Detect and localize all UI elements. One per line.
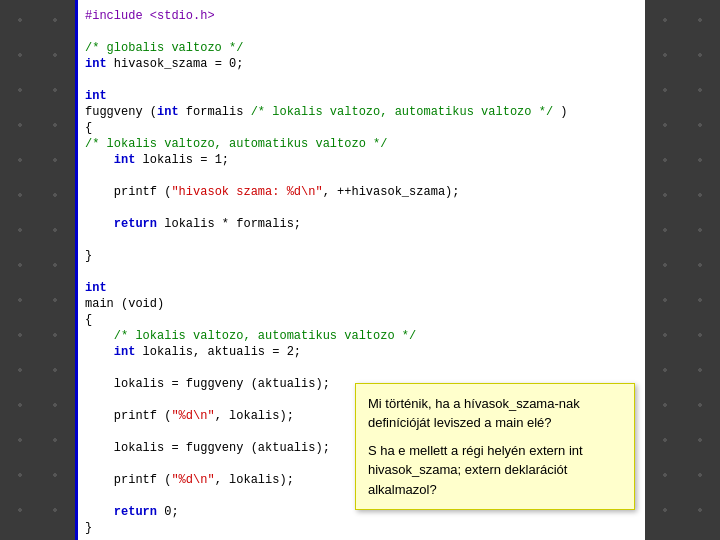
- tooltip-box: Mi történik, ha a hívasok_szama-nak defi…: [355, 383, 635, 511]
- main-container: #include <stdio.h> /* globalis valtozo *…: [0, 0, 720, 540]
- right-decorative-panel: [645, 0, 720, 540]
- tooltip-paragraph-2: S ha e mellett a régi helyén extern int …: [368, 441, 622, 500]
- tooltip-paragraph-1: Mi történik, ha a hívasok_szama-nak defi…: [368, 394, 622, 433]
- code-line-indicator: [75, 0, 78, 540]
- left-decorative-panel: [0, 0, 75, 540]
- code-area: #include <stdio.h> /* globalis valtozo *…: [75, 0, 645, 540]
